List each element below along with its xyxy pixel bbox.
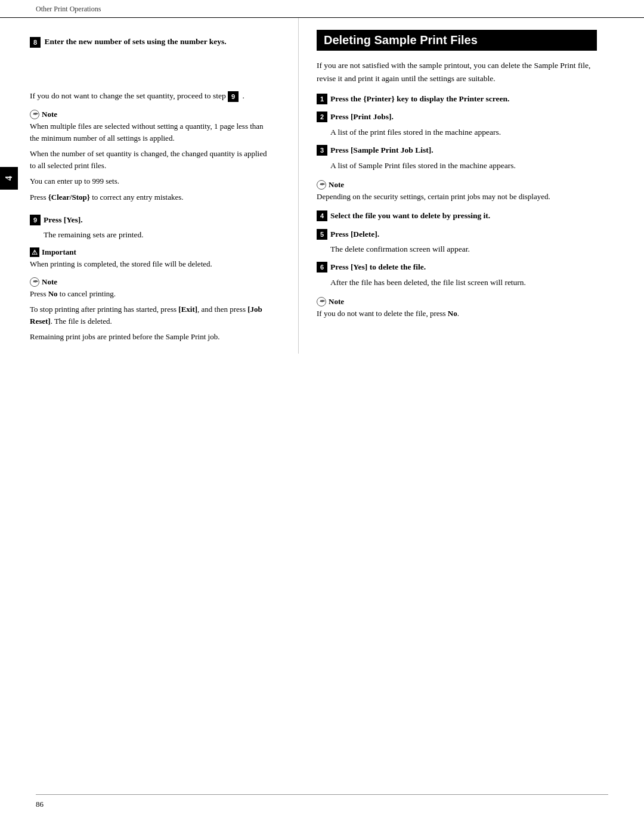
right-note2-box: ✒ Note If you do not want to delete the …	[317, 295, 597, 322]
right-note1-box: ✒ Note Depending on the security setting…	[317, 178, 597, 205]
important1-heading: ⚠ Important	[30, 247, 274, 257]
breadcrumb: Other Print Operations	[36, 5, 101, 13]
section-intro: If you are not satisfied with the sample…	[317, 59, 597, 85]
note2-icon: ✒	[30, 277, 39, 287]
proceed-text: If you do not want to change the set qua…	[30, 89, 274, 103]
right-step4-heading: 4 Select the file you want to delete by …	[317, 210, 597, 222]
note2-line2: To stop printing after printing has star…	[30, 304, 274, 327]
step8-heading-text: Enter the new number of sets using the n…	[44, 37, 226, 46]
note2-label: Note	[42, 277, 57, 287]
page-container: Other Print Operations 4 8 Enter the new…	[0, 0, 644, 833]
right-step6-heading: 6 Press [Yes] to delete the file.	[317, 261, 597, 273]
content-area: 8 Enter the new number of sets using the…	[0, 18, 644, 354]
right-step6-body: After the file has been deleted, the fil…	[330, 276, 597, 289]
right-step5-number: 5	[317, 229, 327, 240]
right-step4-heading-text: Select the file you want to delete by pr…	[330, 210, 490, 222]
note1-text: When multiple files are selected without…	[30, 120, 274, 203]
important1-icon: ⚠	[30, 247, 39, 257]
right-note1-heading: ✒ Note	[317, 180, 597, 190]
footer: 86	[36, 794, 608, 809]
right-step-3: 3 Press [Sample Print Job List]. A list …	[317, 144, 597, 172]
right-step6-number: 6	[317, 262, 327, 272]
note2-line1: Press No to cancel printing.	[30, 288, 274, 300]
right-step-6: 6 Press [Yes] to delete the file. After …	[317, 261, 597, 289]
important1-label: Important	[42, 247, 76, 257]
right-step1-heading: 1 Press the {Printer} key to display the…	[317, 93, 597, 105]
proceed-period: .	[242, 91, 244, 100]
right-step3-heading-text: Press [Sample Print Job List].	[330, 144, 434, 156]
right-step1-number: 1	[317, 94, 327, 104]
right-column: Deleting Sample Print Files If you are n…	[305, 18, 597, 354]
note1-label: Note	[42, 110, 57, 119]
right-note1-text: Depending on the security settings, cert…	[317, 191, 597, 203]
note2-box: ✒ Note Press No to cancel printing. To s…	[30, 275, 274, 349]
left-column: 8 Enter the new number of sets using the…	[30, 18, 292, 354]
note2-heading: ✒ Note	[30, 277, 274, 287]
right-step4-number: 4	[317, 210, 327, 221]
right-note2-label: Note	[329, 297, 344, 306]
right-step2-heading-text: Press [Print Jobs].	[330, 111, 394, 123]
right-step3-number: 3	[317, 145, 327, 156]
right-step2-body: A list of the print files stored in the …	[330, 126, 597, 139]
note1-line3: You can enter up to 999 sets.	[30, 175, 274, 187]
note1-line2: When the number of set quantity is chang…	[30, 148, 274, 172]
note1-heading: ✒ Note	[30, 110, 274, 119]
right-step1-heading-text: Press the {Printer} key to display the P…	[330, 93, 509, 105]
right-step-1: 1 Press the {Printer} key to display the…	[317, 93, 597, 105]
note1-line4: Press {Clear/Stop} to correct any entry …	[30, 191, 274, 203]
column-divider	[298, 18, 299, 354]
step8-heading: 8 Enter the new number of sets using the…	[30, 36, 274, 48]
proceed-text-content: If you do not want to change the set qua…	[30, 91, 226, 100]
right-note2-icon: ✒	[317, 297, 326, 306]
right-step3-body: A list of Sample Print files stored in t…	[330, 159, 597, 172]
chapter-tab: 4	[0, 167, 18, 190]
step9-heading-text: Press [Yes].	[44, 214, 83, 226]
right-note1-icon: ✒	[317, 180, 326, 190]
step9-heading: 9 Press [Yes].	[30, 214, 274, 226]
header-bar: Other Print Operations	[0, 0, 644, 18]
note2-line3: Remaining print jobs are printed before …	[30, 331, 274, 343]
right-step6-heading-text: Press [Yes] to delete the file.	[330, 261, 426, 273]
right-step-4: 4 Select the file you want to delete by …	[317, 210, 597, 222]
right-step-2: 2 Press [Print Jobs]. A list of the prin…	[317, 111, 597, 138]
right-step5-heading-text: Press [Delete].	[330, 228, 379, 240]
note1-box: ✒ Note When multiple files are selected …	[30, 107, 274, 209]
right-step3-heading: 3 Press [Sample Print Job List].	[317, 144, 597, 156]
note1-line1: When multiple files are selected without…	[30, 120, 274, 144]
right-note2-heading: ✒ Note	[317, 297, 597, 306]
step-8: 8 Enter the new number of sets using the…	[30, 36, 274, 48]
step-9: 9 Press [Yes]. The remaining sets are pr…	[30, 214, 274, 241]
step9-number: 9	[30, 215, 41, 225]
proceed-step-ref: 9	[228, 91, 239, 102]
footer-page-number: 86	[36, 800, 44, 809]
note2-text: Press No to cancel printing. To stop pri…	[30, 288, 274, 343]
right-step-5: 5 Press [Delete]. The delete confirmatio…	[317, 228, 597, 256]
right-step2-heading: 2 Press [Print Jobs].	[317, 111, 597, 123]
important1-box: ⚠ Important When printing is completed, …	[30, 247, 274, 270]
step8-number: 8	[30, 37, 41, 48]
important1-text: When printing is completed, the stored f…	[30, 258, 274, 270]
right-note2-text: If you do not want to delete the file, p…	[317, 308, 597, 320]
right-step5-body: The delete confirmation screen will appe…	[330, 243, 597, 256]
right-step2-number: 2	[317, 112, 327, 122]
section-title: Deleting Sample Print Files	[317, 30, 597, 51]
right-step5-heading: 5 Press [Delete].	[317, 228, 597, 240]
right-note1-label: Note	[329, 180, 344, 190]
step9-body: The remaining sets are printed.	[44, 228, 274, 241]
note1-icon: ✒	[30, 110, 39, 119]
